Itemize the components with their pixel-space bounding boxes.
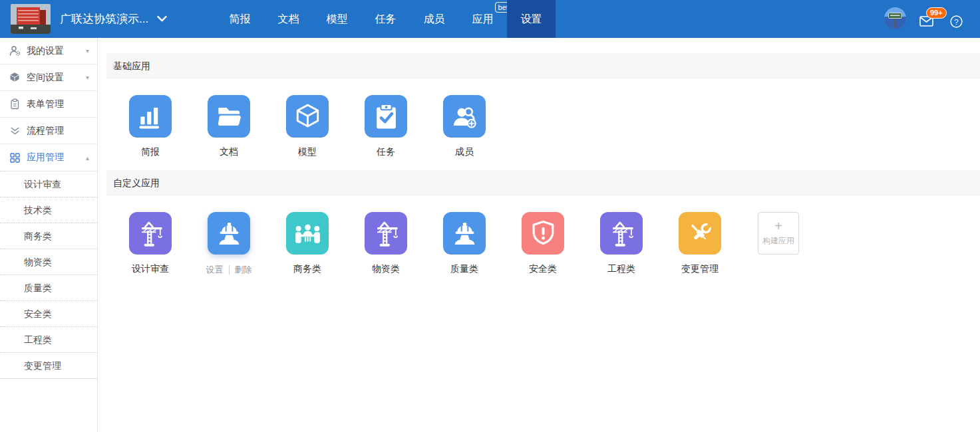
app-documents: 文档 bbox=[208, 95, 250, 158]
app-settings-action[interactable]: 设置 bbox=[206, 264, 224, 276]
app-change-management: 变更管理 bbox=[679, 212, 721, 275]
app-tile-technical[interactable] bbox=[208, 212, 250, 255]
app-tile-design-review[interactable] bbox=[129, 212, 172, 255]
tab-label: 模型 bbox=[327, 13, 348, 25]
app-technical-hovered: 设置 删除 bbox=[208, 212, 250, 276]
user-gear-icon bbox=[9, 45, 21, 56]
custom-apps-row: 设计审查 设置 删除 商务类 物资类 bbox=[98, 212, 980, 276]
app-label: 物资类 bbox=[372, 263, 400, 275]
app-design-review: 设计审查 bbox=[129, 212, 172, 275]
app-tile-documents[interactable] bbox=[208, 95, 250, 138]
sidebar-subitem-materials[interactable]: 物资类 bbox=[0, 249, 97, 274]
app-tile-members[interactable] bbox=[443, 95, 486, 138]
app-delete-action[interactable]: 删除 bbox=[235, 264, 252, 276]
app-tile-change-management[interactable] bbox=[679, 212, 721, 255]
question-mark-icon: ? bbox=[950, 15, 963, 28]
sidebar-item-space-settings[interactable]: 空间设置 ▾ bbox=[0, 64, 97, 91]
tools-icon bbox=[686, 219, 715, 248]
sidebar-item-process-management[interactable]: 流程管理 bbox=[0, 118, 97, 144]
tab-members[interactable]: 成员 bbox=[410, 0, 458, 38]
sidebar-item-label: 我的设置 bbox=[27, 45, 64, 57]
sidebar-item-label: 空间设置 bbox=[27, 72, 64, 84]
sidebar-item-label: 应用管理 bbox=[27, 152, 64, 163]
meeting-icon bbox=[293, 219, 322, 248]
sidebar-subitem-quality[interactable]: 质量类 bbox=[0, 274, 97, 300]
app-tile-tasks[interactable] bbox=[365, 95, 407, 138]
tab-tasks[interactable]: 任务 bbox=[361, 0, 410, 38]
tab-label: 成员 bbox=[424, 13, 445, 25]
app-models: 模型 bbox=[286, 95, 329, 158]
svg-text:?: ? bbox=[954, 18, 958, 26]
app-build-new: + 构建应用 bbox=[757, 212, 800, 255]
sidebar-item-label: 表单管理 bbox=[27, 98, 64, 110]
app-label: 文档 bbox=[220, 146, 238, 158]
divider bbox=[229, 265, 230, 274]
app-business: 商务类 bbox=[286, 212, 329, 275]
section-title: 基础应用 bbox=[113, 60, 150, 72]
caret-down-icon: ▾ bbox=[86, 74, 89, 81]
unread-count-badge: 99+ bbox=[926, 7, 947, 19]
user-avatar[interactable] bbox=[884, 7, 906, 29]
app-tile-engineering[interactable] bbox=[600, 212, 643, 255]
sidebar-item-app-management[interactable]: 应用管理 ▴ bbox=[0, 144, 97, 171]
app-materials: 物资类 bbox=[365, 212, 407, 275]
sidebar-item-form-management[interactable]: 表单管理 bbox=[0, 91, 97, 118]
worker-icon bbox=[215, 219, 244, 248]
tab-label: 文档 bbox=[278, 13, 299, 25]
app-quality: 质量类 bbox=[443, 212, 486, 275]
tab-apps[interactable]: 应用 beta bbox=[458, 0, 507, 38]
app-hover-actions: 设置 删除 bbox=[206, 264, 252, 276]
help-button[interactable]: ? bbox=[950, 15, 963, 28]
flow-icon bbox=[9, 125, 21, 136]
app-tile-models[interactable] bbox=[286, 95, 329, 138]
chevron-down-icon bbox=[157, 16, 167, 22]
cube-icon bbox=[9, 72, 21, 83]
build-app-label: 构建应用 bbox=[762, 235, 794, 247]
tab-documents[interactable]: 文档 bbox=[264, 0, 313, 38]
sidebar-item-my-settings[interactable]: 我的设置 ▾ bbox=[0, 38, 97, 64]
section-header-basic-apps: 基础应用 bbox=[106, 53, 980, 79]
app-label: 成员 bbox=[455, 146, 474, 158]
folder-icon bbox=[215, 102, 244, 131]
building-logo-image bbox=[11, 4, 51, 34]
app-label: 设计审查 bbox=[132, 263, 169, 275]
main-content: 基础应用 简报 文档 模型 任务 bbox=[98, 38, 980, 432]
basic-apps-row: 简报 文档 模型 任务 成员 bbox=[98, 95, 980, 158]
tab-settings[interactable]: 设置 bbox=[507, 0, 556, 38]
app-safety: 安全类 bbox=[522, 212, 564, 275]
sidebar-subitem-engineering[interactable]: 工程类 bbox=[0, 326, 97, 352]
app-engineering: 工程类 bbox=[600, 212, 643, 275]
worker-icon bbox=[450, 219, 479, 248]
sidebar-subitem-design-review[interactable]: 设计审查 bbox=[0, 171, 97, 197]
app-tile-quality[interactable] bbox=[443, 212, 486, 255]
app-label: 变更管理 bbox=[681, 263, 719, 275]
app-tile-briefing[interactable] bbox=[129, 95, 172, 138]
workspace-switcher[interactable]: 广联达协筑演示... bbox=[60, 0, 167, 38]
shield-alert-icon bbox=[529, 219, 558, 248]
tab-label: 任务 bbox=[375, 13, 397, 25]
cube-3d-icon bbox=[293, 102, 322, 131]
sidebar-subitem-technical[interactable]: 技术类 bbox=[0, 197, 97, 223]
tab-models[interactable]: 模型 bbox=[313, 0, 361, 38]
grid-icon bbox=[9, 152, 21, 163]
build-app-button[interactable]: + 构建应用 bbox=[758, 212, 799, 255]
crane-icon bbox=[372, 219, 401, 248]
app-tile-safety[interactable] bbox=[522, 212, 564, 255]
workspace-title: 广联达协筑演示... bbox=[60, 11, 148, 27]
app-tile-materials[interactable] bbox=[365, 212, 407, 255]
sidebar-subitem-business[interactable]: 商务类 bbox=[0, 223, 97, 249]
top-nav: 简报 文档 模型 任务 成员 应用 beta 设置 bbox=[216, 0, 556, 38]
app-tile-business[interactable] bbox=[286, 212, 329, 255]
sidebar-subitem-safety[interactable]: 安全类 bbox=[0, 300, 97, 326]
app-label: 质量类 bbox=[450, 263, 478, 275]
settings-sidebar: 我的设置 ▾ 空间设置 ▾ 表单管理 流程管理 应用管理 ▴ 设计审查 技术类 … bbox=[0, 38, 98, 432]
app-briefing: 简报 bbox=[129, 95, 172, 158]
project-logo[interactable] bbox=[11, 4, 51, 34]
barchart-icon bbox=[136, 102, 165, 131]
tab-briefing[interactable]: 简报 bbox=[216, 0, 264, 38]
tab-label: 应用 bbox=[472, 13, 494, 25]
app-tasks: 任务 bbox=[365, 95, 407, 158]
app-label: 任务 bbox=[377, 146, 395, 158]
sidebar-subitem-change-management[interactable]: 变更管理 bbox=[0, 352, 97, 378]
app-label: 简报 bbox=[141, 146, 160, 158]
